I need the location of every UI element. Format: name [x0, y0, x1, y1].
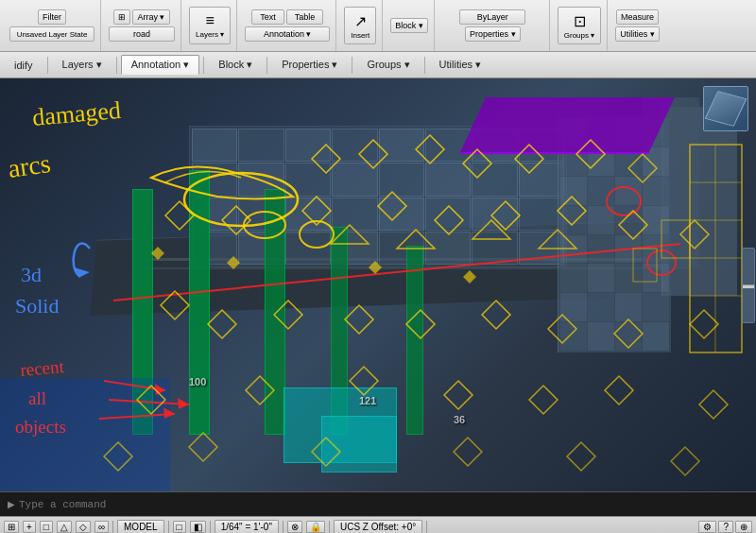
tab-block[interactable]: Block ▾	[208, 55, 263, 75]
insert-section: ↗ Insert	[338, 0, 383, 51]
green-pillar-3	[265, 189, 285, 435]
scene-label-121: 121	[359, 395, 376, 406]
array-icon-btn[interactable]: ⊞	[113, 9, 130, 25]
status-osnap-btn[interactable]: ◇	[76, 521, 91, 533]
status-help-btn[interactable]: ?	[718, 521, 733, 533]
status-bar: ⊞ + □ △ ◇ ∞ MODEL □ ◧ 1/64" = 1'-0" ⊗ 🔒 …	[0, 516, 756, 533]
tab-properties[interactable]: Properties ▾	[271, 55, 348, 75]
status-grid-btn[interactable]: +	[23, 521, 36, 533]
green-pillar-2	[189, 170, 210, 435]
status-sep-1	[112, 521, 113, 534]
utilities-dropdown[interactable]: Utilities ▾	[615, 26, 660, 42]
text-button[interactable]: Text	[251, 9, 284, 25]
status-sep-6	[426, 521, 427, 534]
bylayer-button[interactable]: ByLayer	[459, 9, 525, 25]
utilities-section: Measure Utilities ▾	[610, 0, 665, 51]
groups-icon: ⊡	[574, 12, 586, 30]
block-button[interactable]: Block ▾	[390, 18, 428, 33]
status-sep-2	[168, 521, 169, 534]
scrollbar-thumb: ▐	[744, 282, 754, 288]
annotation-section: Text Table Annotation ▾	[239, 0, 336, 51]
properties-dropdown[interactable]: Properties ▾	[465, 26, 521, 42]
command-line-area: ▶	[0, 491, 756, 516]
filter-section: Filter Unsaved Layer State	[4, 0, 101, 51]
tab-annotation[interactable]: Annotation ▾	[121, 55, 200, 75]
nav-cube-face	[705, 91, 747, 127]
measure-button[interactable]: Measure	[616, 9, 659, 25]
layers-icon: ≡	[205, 12, 214, 29]
status-settings-btn[interactable]: ⚙	[698, 521, 716, 533]
status-ext-btn[interactable]: ⊕	[735, 521, 752, 533]
nav-cube[interactable]	[703, 86, 748, 131]
tab-groups[interactable]: Groups ▾	[356, 55, 420, 75]
scale-icon-btn[interactable]: ⊗	[287, 521, 302, 533]
layers-button[interactable]: ≡ Layers ▾	[189, 7, 231, 44]
road-dropdown[interactable]: road	[109, 26, 175, 42]
properties-section: ByLayer Properties ▾	[437, 0, 550, 51]
tab-utilities[interactable]: Utilities ▾	[429, 55, 492, 75]
insert-button[interactable]: ↗ Insert	[344, 7, 376, 44]
status-ortho-btn[interactable]: □	[40, 521, 53, 533]
groups-button[interactable]: ⊡ Groups ▾	[558, 7, 601, 44]
command-prompt: ▶	[8, 499, 15, 509]
status-sep-5	[329, 521, 330, 534]
layers-section: ≡ Layers ▾	[183, 0, 237, 51]
scene-label-36: 36	[454, 414, 465, 425]
green-pillar-5	[406, 246, 423, 435]
groups-section: ⊡ Groups ▾	[552, 0, 608, 51]
block-section: Block ▾	[385, 0, 435, 51]
tab-idify[interactable]: idify	[4, 56, 43, 75]
status-otrack-btn[interactable]: ∞	[94, 521, 109, 533]
viewport-btn-2[interactable]: ◧	[190, 521, 206, 533]
tab-layers[interactable]: Layers ▾	[52, 55, 112, 75]
blue-highlight-area	[0, 378, 170, 491]
purple-roof	[459, 97, 675, 154]
model-button[interactable]: MODEL	[117, 520, 164, 533]
viewport-canvas[interactable]: 100 121 36 damaged arcs 3d Solid recent …	[0, 78, 756, 491]
lock-btn[interactable]: 🔒	[306, 521, 325, 533]
teal-window-2	[321, 416, 397, 473]
insert-icon: ↗	[354, 12, 367, 30]
scene-label-100: 100	[189, 376, 206, 387]
status-sep-4	[283, 521, 284, 534]
status-snap-btn[interactable]: ⊞	[4, 521, 19, 533]
table-button[interactable]: Table	[286, 9, 324, 25]
v-scrollbar[interactable]: ▐	[742, 248, 755, 323]
array-button[interactable]: Array ▾	[132, 9, 169, 25]
unsaved-layer-button[interactable]: Unsaved Layer State	[9, 26, 94, 42]
viewport-btn-1[interactable]: □	[173, 521, 186, 533]
scale-button[interactable]: 1/64" = 1'-0"	[215, 520, 279, 533]
ribbon-bar: idify Layers ▾ Annotation ▾ Block ▾ Prop…	[0, 52, 756, 78]
status-polar-btn[interactable]: △	[57, 521, 72, 533]
ucs-button[interactable]: UCS Z Offset: +0°	[334, 520, 422, 533]
top-toolbar: Filter Unsaved Layer State ⊞ Array ▾ roa…	[0, 0, 756, 52]
annotation-dropdown[interactable]: Annotation ▾	[245, 26, 330, 42]
array-section: ⊞ Array ▾ road	[103, 0, 181, 51]
command-input[interactable]	[19, 499, 748, 510]
filter-button[interactable]: Filter	[38, 9, 66, 25]
status-sep-3	[210, 521, 211, 534]
